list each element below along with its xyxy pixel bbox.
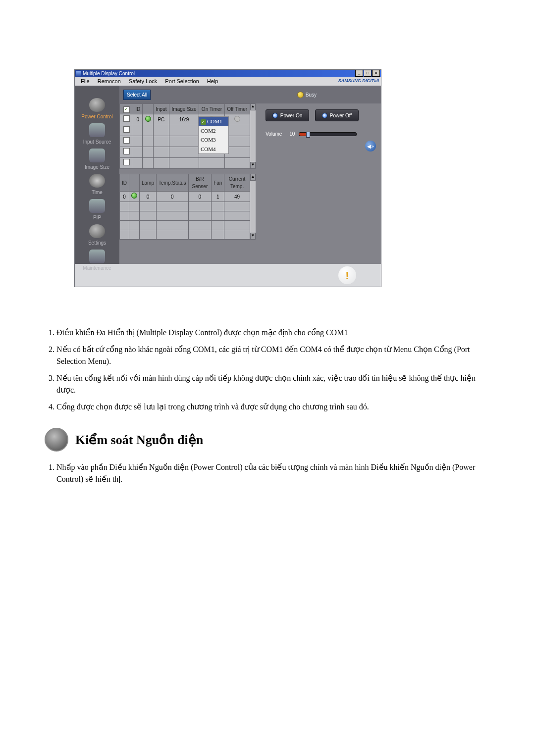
col-id: ID (133, 104, 143, 114)
status-dot-icon (145, 116, 151, 122)
main-area: Select All Busy ID Input (119, 86, 381, 264)
table-row[interactable] (120, 125, 250, 136)
col-input: Input (153, 104, 169, 114)
scrollbar[interactable]: ▲ ▼ (250, 174, 256, 240)
select-all-button[interactable]: Select All (123, 90, 151, 100)
scroll-down-icon[interactable]: ▼ (250, 162, 256, 169)
sidebar-item-image-size[interactable]: Image Size (85, 149, 109, 171)
status-dot-icon (131, 193, 137, 199)
row-checkbox[interactable] (123, 137, 130, 144)
sidebar-label: Power Control (81, 113, 112, 120)
radio-icon (272, 113, 278, 118)
row-checkbox[interactable] (123, 126, 130, 133)
power-section-icon (45, 428, 68, 452)
sidebar-item-input-source[interactable]: Input Source (83, 123, 111, 146)
table-row[interactable] (120, 202, 250, 211)
table-row[interactable]: 0 0 0 0 1 49 (120, 192, 250, 202)
sidebar-label: Input Source (83, 138, 111, 146)
power-off-button[interactable]: Power Off (315, 109, 359, 121)
col-lamp: Lamp (140, 174, 157, 192)
table-row[interactable] (120, 211, 250, 221)
table-row[interactable] (120, 158, 250, 169)
gear-icon (89, 224, 105, 238)
port-com1[interactable]: ✓COM1 (199, 117, 228, 126)
scroll-down-icon[interactable]: ▼ (250, 233, 256, 240)
volume-row: Volume 10 (266, 130, 376, 138)
select-all-checkbox[interactable] (123, 106, 130, 113)
volume-value: 10 (286, 130, 295, 138)
col-fan: Fan (212, 174, 224, 192)
close-button[interactable]: × (372, 70, 380, 77)
col-image-size: Image Size (169, 104, 199, 114)
cell-input: PC (153, 114, 169, 125)
mdc-window: Multiple Display Control _ □ × File Remo… (74, 69, 381, 287)
sidebar-item-maintenance[interactable]: Maintenance (83, 250, 111, 272)
menu-help[interactable]: Help (203, 77, 222, 86)
col-off-timer: Off Timer (224, 104, 250, 114)
section2-note-1: Nhấp vào phần Điều khiển Nguồn điện (Pow… (56, 461, 490, 485)
section-header-power: Kiểm soát Nguồn điện (45, 428, 490, 452)
volume-slider[interactable] (299, 132, 357, 136)
sidebar-label: Maintenance (83, 264, 111, 272)
display-grid-bottom: ID Lamp Temp.Status B/R Senser Fan Curre… (119, 174, 250, 240)
section-title: Kiểm soát Nguồn điện (75, 430, 203, 450)
brand-label: SAMSUNG DIGITall (338, 78, 379, 85)
cell-temp-status: 0 (157, 192, 189, 202)
sidebar-label: Image Size (85, 163, 109, 171)
titlebar: Multiple Display Control _ □ × (75, 70, 381, 77)
notes-list: Điều khiển Đa Hiển thị (Multiple Display… (45, 327, 490, 413)
row-checkbox[interactable] (123, 148, 130, 154)
col-temp-status: Temp.Status (157, 174, 189, 192)
note-2: Nếu có bất cứ cổng nào khác ngoài cổng C… (56, 344, 490, 367)
menu-remocon[interactable]: Remocon (94, 77, 125, 86)
bottom-bar: ! (75, 264, 381, 287)
radio-icon (322, 113, 327, 118)
table-row[interactable]: 0 PC 16:9 (120, 114, 250, 125)
input-source-icon (89, 123, 105, 137)
cell-lamp: 0 (140, 192, 157, 202)
sidebar-label: Settings (88, 239, 106, 247)
power-on-button[interactable]: Power On (266, 109, 309, 121)
maintenance-icon (89, 250, 105, 263)
volume-label: Volume (266, 130, 282, 138)
table-row[interactable] (120, 230, 250, 240)
port-com4[interactable]: COM4 (199, 145, 228, 154)
display-grid-top: ID Input Image Size On Timer Off Timer 0 (119, 103, 250, 169)
scrollbar[interactable]: ▲ ▼ (250, 103, 256, 169)
menu-file[interactable]: File (77, 77, 94, 86)
maximize-button[interactable]: □ (364, 70, 372, 77)
table-row[interactable] (120, 147, 250, 158)
speaker-icon[interactable]: ◀» (365, 141, 376, 151)
scroll-up-icon[interactable]: ▲ (250, 174, 256, 181)
port-com2[interactable]: COM2 (199, 126, 228, 136)
menu-port-selection[interactable]: Port Selection (161, 77, 203, 86)
power-panel: Power On Power Off Volume 10 (256, 103, 381, 264)
minimize-button[interactable]: _ (355, 70, 363, 77)
sidebar-item-pip[interactable]: PIP (89, 199, 105, 221)
scroll-up-icon[interactable]: ▲ (250, 103, 256, 110)
clock-icon (89, 174, 105, 188)
app-body: Power Control Input Source Image Size Ti… (75, 86, 381, 264)
slider-thumb[interactable] (306, 132, 310, 138)
sidebar-item-power-control[interactable]: Power Control (81, 98, 112, 120)
menubar: File Remocon Safety Lock Port Selection … (75, 77, 381, 86)
cell-id: 0 (133, 114, 143, 125)
menu-safety-lock[interactable]: Safety Lock (125, 77, 161, 86)
col-current-temp: Current Temp. (224, 174, 250, 192)
sidebar-item-settings[interactable]: Settings (88, 224, 106, 247)
row-checkbox[interactable] (123, 115, 130, 122)
port-selection-dropdown[interactable]: ✓COM1 COM2 COM3 COM4 (198, 116, 229, 154)
table-row[interactable] (120, 221, 250, 230)
row-checkbox[interactable] (123, 159, 130, 165)
sidebar: Power Control Input Source Image Size Ti… (75, 86, 119, 264)
sidebar-item-time[interactable]: Time (89, 174, 105, 196)
col-on-timer: On Timer (199, 104, 224, 114)
busy-indicator: Busy (297, 91, 381, 99)
table-row[interactable] (120, 136, 250, 147)
top-strip: Select All Busy (119, 86, 381, 103)
cell-current-temp: 49 (224, 192, 250, 202)
port-com3[interactable]: COM3 (199, 135, 228, 145)
cell-fan: 1 (212, 192, 224, 202)
busy-dot-icon (297, 92, 304, 98)
note-4: Cổng được chọn được sẽ lưu lại trong chư… (56, 401, 490, 413)
